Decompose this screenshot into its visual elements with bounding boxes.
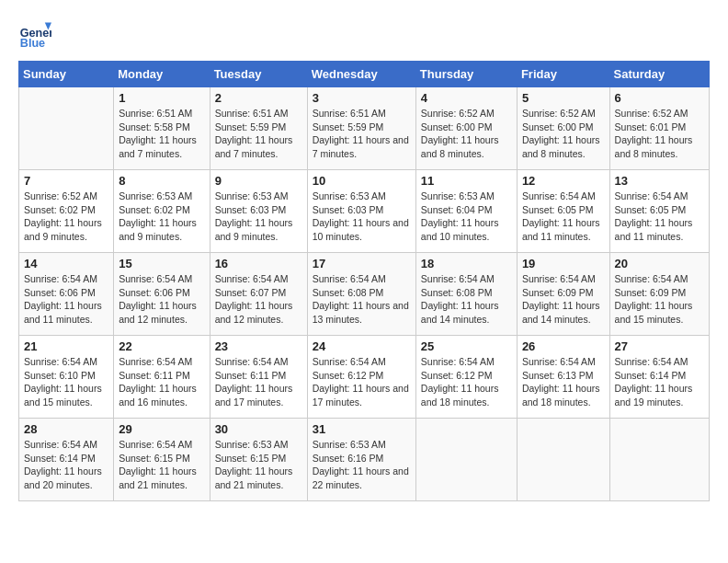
day-number: 3 (313, 91, 411, 105)
calendar-cell: 6Sunrise: 6:52 AMSunset: 6:01 PMDaylight… (609, 87, 709, 170)
calendar-cell: 24Sunrise: 6:54 AMSunset: 6:12 PMDayligh… (307, 336, 415, 419)
calendar-cell: 14Sunrise: 6:54 AMSunset: 6:06 PMDayligh… (19, 253, 114, 336)
calendar-cell: 10Sunrise: 6:53 AMSunset: 6:03 PMDayligh… (307, 170, 415, 253)
day-number: 16 (215, 257, 302, 270)
day-number: 18 (421, 257, 512, 270)
day-number: 29 (119, 422, 204, 436)
col-header-thursday: Thursday (415, 62, 517, 87)
day-number: 6 (615, 91, 704, 105)
day-info: Sunrise: 6:54 AMSunset: 6:12 PMDaylight:… (421, 355, 512, 409)
day-info: Sunrise: 6:54 AMSunset: 6:13 PMDaylight:… (522, 355, 605, 409)
day-number: 7 (24, 174, 108, 188)
calendar-cell (609, 419, 709, 501)
calendar-cell: 29Sunrise: 6:54 AMSunset: 6:15 PMDayligh… (114, 419, 210, 501)
calendar-cell: 17Sunrise: 6:54 AMSunset: 6:08 PMDayligh… (307, 253, 415, 336)
calendar-cell: 5Sunrise: 6:52 AMSunset: 6:00 PMDaylight… (517, 87, 609, 170)
day-number: 31 (313, 422, 411, 436)
calendar-cell: 23Sunrise: 6:54 AMSunset: 6:11 PMDayligh… (210, 336, 307, 419)
day-info: Sunrise: 6:53 AMSunset: 6:02 PMDaylight:… (119, 190, 204, 244)
day-info: Sunrise: 6:53 AMSunset: 6:03 PMDaylight:… (215, 190, 302, 244)
day-info: Sunrise: 6:52 AMSunset: 6:01 PMDaylight:… (615, 107, 704, 161)
day-info: Sunrise: 6:54 AMSunset: 6:08 PMDaylight:… (421, 272, 512, 327)
col-header-monday: Monday (114, 62, 210, 87)
calendar-cell: 9Sunrise: 6:53 AMSunset: 6:03 PMDaylight… (210, 170, 307, 253)
day-number: 28 (24, 422, 108, 436)
day-info: Sunrise: 6:54 AMSunset: 6:05 PMDaylight:… (522, 190, 605, 244)
day-info: Sunrise: 6:53 AMSunset: 6:04 PMDaylight:… (421, 190, 512, 244)
day-info: Sunrise: 6:54 AMSunset: 6:14 PMDaylight:… (24, 438, 108, 492)
logo-icon: General Blue (18, 18, 51, 52)
day-info: Sunrise: 6:54 AMSunset: 6:09 PMDaylight:… (522, 272, 605, 327)
day-number: 20 (615, 257, 704, 270)
calendar-cell (19, 87, 114, 170)
week-row: 28Sunrise: 6:54 AMSunset: 6:14 PMDayligh… (19, 419, 710, 501)
day-info: Sunrise: 6:51 AMSunset: 5:58 PMDaylight:… (119, 107, 204, 161)
day-number: 27 (615, 339, 704, 353)
day-info: Sunrise: 6:54 AMSunset: 6:15 PMDaylight:… (119, 438, 204, 492)
calendar-cell: 31Sunrise: 6:53 AMSunset: 6:16 PMDayligh… (307, 419, 415, 501)
calendar-cell: 13Sunrise: 6:54 AMSunset: 6:05 PMDayligh… (609, 170, 709, 253)
calendar-cell: 4Sunrise: 6:52 AMSunset: 6:00 PMDaylight… (415, 87, 517, 170)
day-info: Sunrise: 6:53 AMSunset: 6:03 PMDaylight:… (313, 190, 411, 244)
day-number: 8 (119, 174, 204, 188)
day-number: 24 (313, 339, 411, 353)
day-info: Sunrise: 6:54 AMSunset: 6:05 PMDaylight:… (615, 190, 704, 244)
day-info: Sunrise: 6:54 AMSunset: 6:08 PMDaylight:… (313, 272, 411, 327)
week-row: 1Sunrise: 6:51 AMSunset: 5:58 PMDaylight… (19, 87, 710, 170)
day-info: Sunrise: 6:52 AMSunset: 6:00 PMDaylight:… (522, 107, 605, 161)
calendar-cell (415, 419, 517, 501)
day-number: 12 (522, 174, 605, 188)
week-row: 14Sunrise: 6:54 AMSunset: 6:06 PMDayligh… (19, 253, 710, 336)
day-info: Sunrise: 6:52 AMSunset: 6:02 PMDaylight:… (24, 190, 108, 244)
day-number: 17 (313, 257, 411, 270)
calendar-cell: 2Sunrise: 6:51 AMSunset: 5:59 PMDaylight… (210, 87, 307, 170)
calendar-cell: 18Sunrise: 6:54 AMSunset: 6:08 PMDayligh… (415, 253, 517, 336)
day-number: 9 (215, 174, 302, 188)
day-number: 19 (522, 257, 605, 270)
calendar-cell: 12Sunrise: 6:54 AMSunset: 6:05 PMDayligh… (517, 170, 609, 253)
page-header: General Blue (18, 18, 710, 52)
day-info: Sunrise: 6:51 AMSunset: 5:59 PMDaylight:… (313, 107, 411, 161)
day-number: 5 (522, 91, 605, 105)
day-number: 14 (24, 257, 108, 270)
day-info: Sunrise: 6:54 AMSunset: 6:07 PMDaylight:… (215, 272, 302, 327)
day-number: 11 (421, 174, 512, 188)
day-info: Sunrise: 6:51 AMSunset: 5:59 PMDaylight:… (215, 107, 302, 161)
svg-text:Blue: Blue (20, 37, 45, 50)
calendar-cell: 27Sunrise: 6:54 AMSunset: 6:14 PMDayligh… (609, 336, 709, 419)
calendar-cell: 8Sunrise: 6:53 AMSunset: 6:02 PMDaylight… (114, 170, 210, 253)
day-number: 10 (313, 174, 411, 188)
day-number: 4 (421, 91, 512, 105)
calendar-cell: 20Sunrise: 6:54 AMSunset: 6:09 PMDayligh… (609, 253, 709, 336)
day-info: Sunrise: 6:54 AMSunset: 6:06 PMDaylight:… (119, 272, 204, 327)
calendar-cell: 22Sunrise: 6:54 AMSunset: 6:11 PMDayligh… (114, 336, 210, 419)
calendar-cell: 15Sunrise: 6:54 AMSunset: 6:06 PMDayligh… (114, 253, 210, 336)
calendar-cell (517, 419, 609, 501)
day-info: Sunrise: 6:53 AMSunset: 6:15 PMDaylight:… (215, 438, 302, 492)
day-number: 22 (119, 339, 204, 353)
calendar-cell: 16Sunrise: 6:54 AMSunset: 6:07 PMDayligh… (210, 253, 307, 336)
day-info: Sunrise: 6:54 AMSunset: 6:14 PMDaylight:… (615, 355, 704, 409)
calendar-cell: 26Sunrise: 6:54 AMSunset: 6:13 PMDayligh… (517, 336, 609, 419)
week-row: 21Sunrise: 6:54 AMSunset: 6:10 PMDayligh… (19, 336, 710, 419)
day-info: Sunrise: 6:54 AMSunset: 6:11 PMDaylight:… (215, 355, 302, 409)
calendar-cell: 3Sunrise: 6:51 AMSunset: 5:59 PMDaylight… (307, 87, 415, 170)
calendar-cell: 7Sunrise: 6:52 AMSunset: 6:02 PMDaylight… (19, 170, 114, 253)
day-number: 25 (421, 339, 512, 353)
calendar-table: SundayMondayTuesdayWednesdayThursdayFrid… (18, 61, 710, 501)
calendar-cell: 30Sunrise: 6:53 AMSunset: 6:15 PMDayligh… (210, 419, 307, 501)
day-info: Sunrise: 6:53 AMSunset: 6:16 PMDaylight:… (313, 438, 411, 492)
day-info: Sunrise: 6:54 AMSunset: 6:09 PMDaylight:… (615, 272, 704, 327)
col-header-wednesday: Wednesday (307, 62, 415, 87)
calendar-cell: 28Sunrise: 6:54 AMSunset: 6:14 PMDayligh… (19, 419, 114, 501)
col-header-saturday: Saturday (609, 62, 709, 87)
day-number: 30 (215, 422, 302, 436)
day-number: 13 (615, 174, 704, 188)
logo: General Blue (18, 18, 55, 52)
day-info: Sunrise: 6:54 AMSunset: 6:11 PMDaylight:… (119, 355, 204, 409)
calendar-cell: 25Sunrise: 6:54 AMSunset: 6:12 PMDayligh… (415, 336, 517, 419)
day-number: 2 (215, 91, 302, 105)
col-header-sunday: Sunday (19, 62, 114, 87)
day-number: 15 (119, 257, 204, 270)
day-number: 21 (24, 339, 108, 353)
